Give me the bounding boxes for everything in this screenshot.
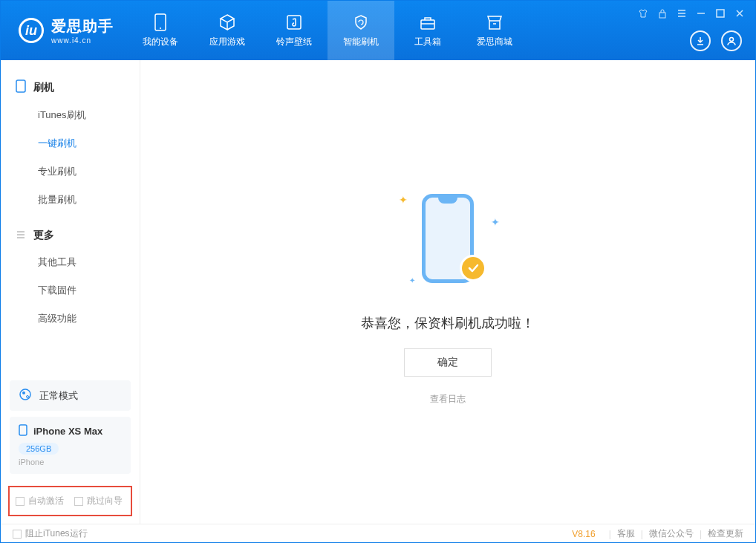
svg-rect-2 [287, 16, 301, 29]
sidebar-item-download-firmware[interactable]: 下载固件 [1, 276, 140, 305]
app-logo: iu 爱思助手 www.i4.cn [1, 1, 127, 60]
tab-my-device[interactable]: 我的设备 [127, 1, 194, 60]
view-log-link[interactable]: 查看日志 [430, 393, 466, 406]
tab-label: 爱思商城 [477, 36, 512, 48]
tab-smart-flash[interactable]: 智能刷机 [328, 1, 394, 60]
svg-rect-3 [421, 20, 434, 29]
sidebar: 刷机 iTunes刷机 一键刷机 专业刷机 批量刷机 更多 其他工具 下载固件 … [1, 60, 140, 524]
svg-rect-4 [659, 13, 665, 18]
header-actions [690, 30, 742, 51]
footer-link-update[interactable]: 检查更新 [708, 527, 743, 540]
bottom-options-highlight: 自动激活 跳过向导 [8, 486, 132, 516]
tab-label: 应用游戏 [209, 36, 245, 48]
close-button[interactable] [734, 8, 745, 19]
mode-card[interactable]: 正常模式 [10, 380, 131, 411]
store-icon [486, 13, 504, 31]
mode-label: 正常模式 [39, 389, 78, 403]
tab-label: 铃声壁纸 [276, 36, 312, 48]
tab-ringtone-wallpaper[interactable]: 铃声壁纸 [261, 1, 328, 60]
logo-icon: iu [19, 18, 44, 43]
sidebar-item-oneclick-flash[interactable]: 一键刷机 [1, 129, 140, 157]
tab-store[interactable]: 爱思商城 [461, 1, 528, 60]
main-content: ✦ ✦ ✦ 恭喜您，保资料刷机成功啦！ 确定 查看日志 [140, 60, 755, 524]
menu-icon[interactable] [677, 8, 687, 19]
svg-point-6 [730, 38, 734, 42]
minimize-button[interactable] [696, 8, 706, 19]
app-header: iu 爱思助手 www.i4.cn 我的设备 应用游戏 铃声壁纸 智能刷机 工具… [1, 1, 755, 60]
window-controls [638, 8, 745, 19]
sparkle-icon: ✦ [399, 194, 408, 206]
app-name: 爱思助手 [51, 16, 114, 36]
svg-point-10 [27, 396, 29, 398]
success-message: 恭喜您，保资料刷机成功啦！ [361, 314, 535, 332]
device-type: iPhone [19, 458, 122, 466]
device-phone-icon [19, 424, 27, 438]
checkbox-icon [16, 497, 25, 506]
sidebar-item-batch-flash[interactable]: 批量刷机 [1, 186, 140, 214]
checkbox-icon [74, 497, 83, 506]
success-check-icon [460, 255, 486, 282]
tab-apps-games[interactable]: 应用游戏 [194, 1, 261, 60]
toolbox-icon [419, 13, 437, 31]
lock-icon[interactable] [657, 8, 668, 19]
checkbox-auto-activate[interactable]: 自动激活 [16, 495, 64, 507]
device-storage-badge: 256GB [19, 443, 59, 455]
sparkle-icon: ✦ [409, 276, 415, 284]
svg-rect-11 [19, 425, 27, 435]
success-illustration: ✦ ✦ ✦ [388, 179, 507, 298]
checkbox-block-itunes[interactable]: 阻止iTunes运行 [13, 527, 88, 540]
footer-link-wechat[interactable]: 微信公众号 [649, 527, 694, 540]
tab-label: 工具箱 [414, 36, 441, 48]
device-icon [151, 13, 169, 31]
tab-toolbox[interactable]: 工具箱 [394, 1, 461, 60]
checkbox-skip-guide[interactable]: 跳过向导 [74, 495, 123, 507]
device-card[interactable]: iPhone XS Max 256GB iPhone [10, 417, 131, 474]
sparkle-icon: ✦ [491, 216, 500, 228]
cube-icon [218, 13, 236, 31]
section-title: 刷机 [33, 81, 54, 94]
footer-link-support[interactable]: 客服 [617, 527, 635, 540]
tab-label: 智能刷机 [343, 36, 379, 48]
download-button[interactable] [690, 30, 711, 51]
phone-icon [16, 79, 26, 95]
checkbox-label: 跳过向导 [87, 495, 123, 507]
ok-button[interactable]: 确定 [404, 348, 492, 377]
tab-label: 我的设备 [143, 36, 178, 48]
checkbox-icon [13, 530, 22, 539]
sidebar-item-itunes-flash[interactable]: iTunes刷机 [1, 101, 140, 129]
sidebar-section-more: 更多 [1, 223, 140, 248]
mode-icon [19, 388, 32, 403]
svg-point-1 [160, 27, 161, 29]
checkbox-label: 阻止iTunes运行 [25, 527, 88, 540]
sidebar-item-advanced[interactable]: 高级功能 [1, 305, 140, 333]
checkbox-label: 自动激活 [28, 495, 64, 507]
version-label: V8.16 [572, 529, 595, 539]
music-icon [285, 13, 303, 31]
svg-point-9 [22, 391, 25, 394]
svg-rect-5 [717, 10, 724, 17]
skin-icon[interactable] [638, 8, 648, 19]
user-button[interactable] [721, 30, 742, 51]
sidebar-item-other-tools[interactable]: 其他工具 [1, 248, 140, 276]
sidebar-section-flash: 刷机 [1, 74, 140, 101]
svg-rect-7 [16, 80, 25, 92]
refresh-shield-icon [352, 13, 370, 31]
maximize-button[interactable] [715, 8, 726, 19]
svg-point-8 [20, 389, 30, 400]
sidebar-item-pro-flash[interactable]: 专业刷机 [1, 157, 140, 186]
list-icon [16, 230, 26, 242]
status-bar: 阻止iTunes运行 V8.16 | 客服 | 微信公众号 | 检查更新 [1, 524, 755, 543]
device-name-text: iPhone XS Max [33, 426, 102, 437]
section-title: 更多 [33, 229, 54, 242]
app-domain: www.i4.cn [51, 36, 114, 45]
nav-tabs: 我的设备 应用游戏 铃声壁纸 智能刷机 工具箱 爱思商城 [127, 1, 528, 60]
